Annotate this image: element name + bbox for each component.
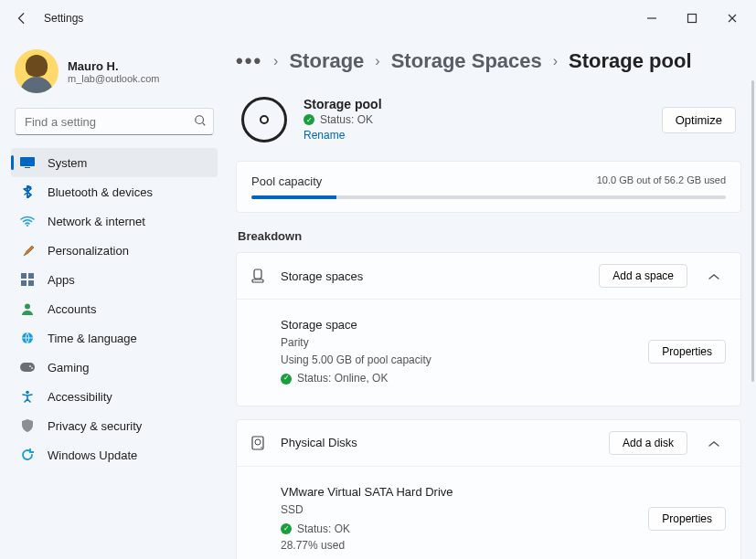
capacity-detail: 10.0 GB out of 56.2 GB used <box>597 174 726 188</box>
update-icon <box>20 448 35 462</box>
game-icon <box>20 360 35 374</box>
wifi-icon <box>20 214 35 228</box>
add-space-button[interactable]: Add a space <box>599 264 687 288</box>
close-button[interactable] <box>716 4 749 33</box>
rename-link[interactable]: Rename <box>303 129 345 142</box>
nav-label: Apps <box>48 273 75 287</box>
disk-item: VMware Virtual SATA Hard Drive SSD ✓Stat… <box>281 476 726 559</box>
item-usage: Using 5.00 GB of pool capacity <box>281 352 431 369</box>
item-status: Status: Online, OK <box>297 370 388 387</box>
nav-bluetooth[interactable]: Bluetooth & devices <box>11 177 218 206</box>
item-name: Storage space <box>281 316 431 334</box>
nav-accessibility[interactable]: Accessibility <box>11 382 218 411</box>
search-box <box>15 108 214 135</box>
svg-point-21 <box>261 447 262 448</box>
main-content: ••• › Storage › Storage Spaces › Storage… <box>229 37 756 559</box>
item-type: Parity <box>281 334 431 352</box>
nav-list: System Bluetooth & devices Network & int… <box>11 148 218 469</box>
scrollbar[interactable] <box>751 80 754 382</box>
breadcrumb: ••• › Storage › Storage Spaces › Storage… <box>236 37 741 90</box>
svg-rect-4 <box>20 157 35 166</box>
nav-system[interactable]: System <box>11 148 218 177</box>
physical-disks-panel: Physical Disks Add a disk VMware Virtual… <box>236 419 741 559</box>
minimize-button[interactable] <box>635 4 668 33</box>
svg-rect-8 <box>28 273 34 279</box>
properties-button[interactable]: Properties <box>648 340 726 364</box>
svg-point-14 <box>29 365 31 367</box>
nav-accounts[interactable]: Accounts <box>11 294 218 323</box>
nav-personalization[interactable]: Personalization <box>11 236 218 265</box>
capacity-bar-fill <box>251 195 336 199</box>
status-ok-icon: ✓ <box>303 114 314 125</box>
title-bar: Settings <box>0 0 756 37</box>
search-input[interactable] <box>15 108 214 135</box>
svg-rect-5 <box>25 167 30 168</box>
svg-point-20 <box>255 439 261 445</box>
nav-privacy[interactable]: Privacy & security <box>11 411 218 440</box>
storage-space-icon <box>251 269 266 283</box>
system-icon <box>20 155 35 170</box>
pool-header: Storage pool ✓ Status: OK Rename Optimiz… <box>236 90 741 161</box>
nav-label: Gaming <box>48 361 90 374</box>
properties-button[interactable]: Properties <box>648 507 726 531</box>
optimize-button[interactable]: Optimize <box>662 107 736 133</box>
svg-point-2 <box>196 116 204 124</box>
nav-label: Privacy & security <box>48 419 142 433</box>
svg-point-16 <box>26 391 29 395</box>
chevron-right-icon: › <box>375 53 379 69</box>
svg-rect-9 <box>21 280 27 286</box>
breadcrumb-storage-spaces[interactable]: Storage Spaces <box>391 49 542 73</box>
person-icon <box>20 301 35 316</box>
panel-title: Storage spaces <box>281 269 584 283</box>
svg-point-6 <box>27 225 28 227</box>
bluetooth-icon <box>20 185 35 199</box>
user-header[interactable]: Mauro H. m_lab@outlook.com <box>11 44 218 108</box>
back-button[interactable] <box>7 4 37 33</box>
breakdown-heading: Breakdown <box>238 229 741 243</box>
chevron-right-icon: › <box>273 53 278 69</box>
avatar <box>15 49 59 93</box>
chevron-up-icon[interactable] <box>702 435 726 451</box>
nav-label: Personalization <box>48 244 129 258</box>
nav-label: Accounts <box>48 302 96 316</box>
svg-line-3 <box>203 123 206 126</box>
disk-icon <box>251 436 266 450</box>
add-disk-button[interactable]: Add a disk <box>609 431 687 455</box>
svg-rect-18 <box>252 280 263 282</box>
status-ok-icon: ✓ <box>281 374 292 385</box>
chevron-up-icon[interactable] <box>702 268 726 284</box>
nav-update[interactable]: Windows Update <box>11 440 218 469</box>
panel-title: Physical Disks <box>281 436 594 449</box>
status-ok-icon: ✓ <box>281 523 292 534</box>
svg-rect-17 <box>254 269 261 279</box>
nav-apps[interactable]: Apps <box>11 265 218 294</box>
storage-space-item: Storage space Parity Using 5.00 GB of po… <box>281 309 726 395</box>
shield-icon <box>20 418 35 433</box>
breadcrumb-storage[interactable]: Storage <box>289 49 364 73</box>
nav-label: Network & internet <box>48 215 145 228</box>
breadcrumb-more[interactable]: ••• <box>236 49 262 73</box>
pool-title: Storage pool <box>303 97 645 111</box>
nav-time-language[interactable]: Time & language <box>11 323 218 353</box>
capacity-bar <box>251 195 726 199</box>
nav-gaming[interactable]: Gaming <box>11 353 218 382</box>
item-type: SSD <box>281 501 453 519</box>
nav-label: Windows Update <box>48 448 137 462</box>
user-email: m_lab@outlook.com <box>68 73 159 84</box>
nav-label: Time & language <box>48 332 137 345</box>
nav-label: Bluetooth & devices <box>48 185 153 199</box>
window-title: Settings <box>44 12 635 25</box>
svg-point-15 <box>31 367 33 369</box>
svg-rect-13 <box>20 363 35 372</box>
pool-status: Status: OK <box>320 113 373 126</box>
breadcrumb-current: Storage pool <box>569 49 691 73</box>
item-status: Status: OK <box>297 521 350 538</box>
nav-label: System <box>48 156 87 170</box>
maximize-button[interactable] <box>676 4 708 33</box>
svg-rect-1 <box>688 15 697 23</box>
capacity-card: Pool capacity 10.0 GB out of 56.2 GB use… <box>236 161 741 213</box>
nav-network[interactable]: Network & internet <box>11 206 218 236</box>
nav-label: Accessibility <box>48 390 112 404</box>
sidebar: Mauro H. m_lab@outlook.com System Blueto… <box>0 37 229 559</box>
search-icon <box>194 114 207 131</box>
